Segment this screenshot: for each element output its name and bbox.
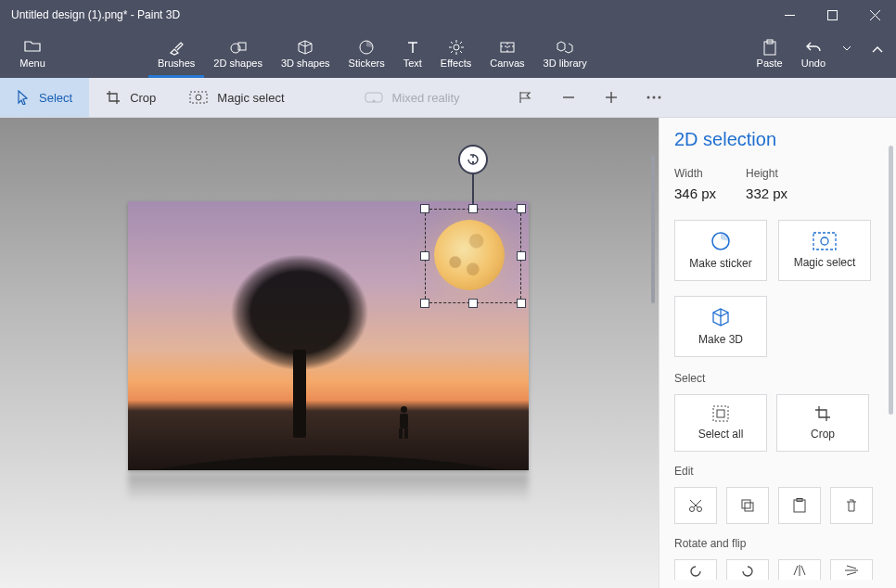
flip-horizontal-button[interactable] <box>778 559 821 580</box>
resize-handle-ne[interactable] <box>517 204 526 213</box>
ribbon-collapse[interactable] <box>859 30 896 78</box>
ribbon-label: 2D shapes <box>213 58 262 69</box>
rotate-left-button[interactable] <box>674 559 717 580</box>
paste-button[interactable] <box>778 487 821 524</box>
ribbon-label: 3D shapes <box>281 58 330 69</box>
chevron-down-icon <box>842 45 851 62</box>
svg-rect-1 <box>827 10 837 19</box>
make-3d-button[interactable]: Make 3D <box>674 296 767 357</box>
tool-zoom-out[interactable] <box>547 78 590 117</box>
ribbon-3d-library[interactable]: 3D library <box>534 30 596 78</box>
rotate-right-icon <box>740 564 755 577</box>
resize-handle-sw[interactable] <box>420 299 429 308</box>
ribbon-effects[interactable]: Effects <box>431 30 480 78</box>
selection-box[interactable] <box>425 209 521 303</box>
crop-icon <box>106 90 121 105</box>
ribbon-history-dropdown[interactable] <box>835 30 859 78</box>
button-label: Crop <box>811 428 835 441</box>
select-section-label: Select <box>674 372 881 385</box>
crop-button[interactable]: Crop <box>776 394 869 452</box>
svg-point-27 <box>646 96 649 99</box>
canvas-scrollbar[interactable] <box>651 155 655 303</box>
menu-button[interactable]: Menu <box>0 30 65 78</box>
ribbon-label: Text <box>403 58 422 69</box>
resize-handle-s[interactable] <box>468 299 478 308</box>
ribbon-undo[interactable]: Undo <box>792 30 835 78</box>
paste-icon <box>793 498 806 513</box>
svg-line-12 <box>451 42 453 44</box>
window-title: Untitled design (1).png* - Paint 3D <box>0 8 768 21</box>
close-button[interactable] <box>853 0 896 30</box>
cut-icon <box>688 498 703 513</box>
button-label: Make 3D <box>698 333 743 346</box>
svg-rect-32 <box>813 233 836 249</box>
resize-handle-se[interactable] <box>517 299 526 308</box>
copy-button[interactable] <box>726 487 769 524</box>
ribbon-paste[interactable]: Paste <box>748 30 792 78</box>
tool-more[interactable] <box>633 78 675 117</box>
ribbon-text[interactable]: Text <box>394 30 431 78</box>
ribbon: Menu Brushes 2D shapes 3D shapes Sticker… <box>0 30 896 78</box>
delete-button[interactable] <box>830 487 873 524</box>
minus-icon <box>562 91 575 104</box>
tool-select[interactable]: Select <box>0 78 89 117</box>
titlebar: Untitled design (1).png* - Paint 3D <box>0 0 896 30</box>
rotate-handle[interactable] <box>458 145 488 174</box>
resize-handle-n[interactable] <box>468 204 478 213</box>
canvas-icon <box>499 39 516 56</box>
canvas-viewport[interactable] <box>0 118 659 588</box>
svg-rect-41 <box>745 503 753 511</box>
panel-title: 2D selection <box>674 129 881 150</box>
svg-point-36 <box>690 507 695 512</box>
ribbon-2d-shapes[interactable]: 2D shapes <box>204 30 272 78</box>
ribbon-canvas[interactable]: Canvas <box>480 30 533 78</box>
resize-handle-nw[interactable] <box>420 204 429 213</box>
rotate-stem <box>472 174 474 204</box>
ribbon-3d-shapes[interactable]: 3D shapes <box>272 30 339 78</box>
resize-handle-e[interactable] <box>517 251 526 261</box>
brush-icon <box>168 39 185 56</box>
cut-button[interactable] <box>674 487 717 524</box>
ribbon-label: Paste <box>757 58 783 69</box>
ribbon-label: Canvas <box>490 58 524 69</box>
tool-magic-select[interactable]: Magic select <box>173 78 301 117</box>
svg-point-37 <box>698 507 702 512</box>
tool-3d-view[interactable] <box>505 78 547 117</box>
magic-select-button[interactable]: Magic select <box>778 220 871 281</box>
ribbon-label: 3D library <box>544 58 587 69</box>
height-label: Height <box>746 167 787 180</box>
select-all-button[interactable]: Select all <box>674 394 767 452</box>
make-sticker-button[interactable]: Make sticker <box>674 220 767 281</box>
height-value: 332 px <box>746 185 787 201</box>
content-area: 2D selection Width 346 px Height 332 px … <box>0 118 896 588</box>
ribbon-brushes[interactable]: Brushes <box>148 30 204 78</box>
select-all-icon <box>712 405 729 422</box>
selection-toolbar: Select Crop Magic select Mixed reality <box>0 78 896 118</box>
maximize-button[interactable] <box>811 0 853 30</box>
tool-mixed-reality: Mixed reality <box>348 78 477 117</box>
svg-point-33 <box>821 237 828 245</box>
sticker-icon <box>710 231 731 251</box>
tool-crop[interactable]: Crop <box>89 78 173 117</box>
paste-icon <box>762 39 777 56</box>
cube-icon <box>297 39 314 56</box>
rotate-icon <box>466 152 480 167</box>
ribbon-stickers[interactable]: Stickers <box>339 30 394 78</box>
text-icon <box>404 39 421 56</box>
rotate-right-button[interactable] <box>726 559 769 580</box>
hill-graphic <box>109 396 547 470</box>
tool-zoom-in[interactable] <box>590 78 633 117</box>
svg-point-7 <box>454 45 459 50</box>
tool-label: Select <box>39 91 72 105</box>
svg-line-15 <box>451 51 453 53</box>
ribbon-label: Effects <box>441 58 471 69</box>
flip-vertical-button[interactable] <box>830 559 873 580</box>
svg-point-29 <box>658 96 660 99</box>
dimensions-row: Width 346 px Height 332 px <box>674 167 881 201</box>
vr-icon <box>365 92 383 103</box>
library-icon <box>556 39 574 56</box>
minimize-button[interactable] <box>768 0 811 30</box>
width-value: 346 px <box>674 185 716 201</box>
resize-handle-w[interactable] <box>420 251 429 261</box>
panel-scrollbar[interactable] <box>889 146 893 415</box>
